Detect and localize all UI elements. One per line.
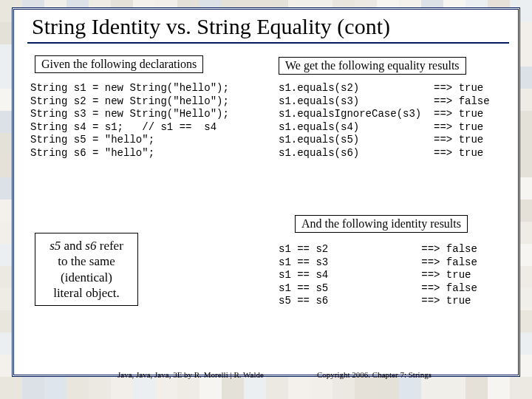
- footer-right: Copyright 2006. Chapter 7: Strings: [317, 370, 432, 379]
- code-identity-results: s1 == s2 ==> false s1 == s3 ==> false s1…: [279, 243, 477, 308]
- footer-left: Java, Java, Java, 3E by R. Morelli | R. …: [117, 370, 264, 379]
- note-literal-object: s5 and s6 referto the same(identical)lit…: [35, 233, 138, 306]
- note-s6: s6: [85, 239, 96, 253]
- note-s5: s5: [50, 239, 61, 253]
- note-and: and: [61, 239, 85, 253]
- label-equality: We get the following equality results: [279, 57, 466, 75]
- label-declarations: Given the following declarations: [35, 55, 203, 73]
- code-declarations: String s1 = new String("hello"); String …: [30, 82, 229, 160]
- label-identity: And the following identity results: [295, 215, 468, 233]
- code-equality-results: s1.equals(s2) ==> true s1.equals(s3) ==>…: [279, 82, 490, 160]
- slide-frame: String Identity vs. String Equality (con…: [12, 7, 520, 377]
- slide-title: String Identity vs. String Equality (con…: [27, 13, 509, 44]
